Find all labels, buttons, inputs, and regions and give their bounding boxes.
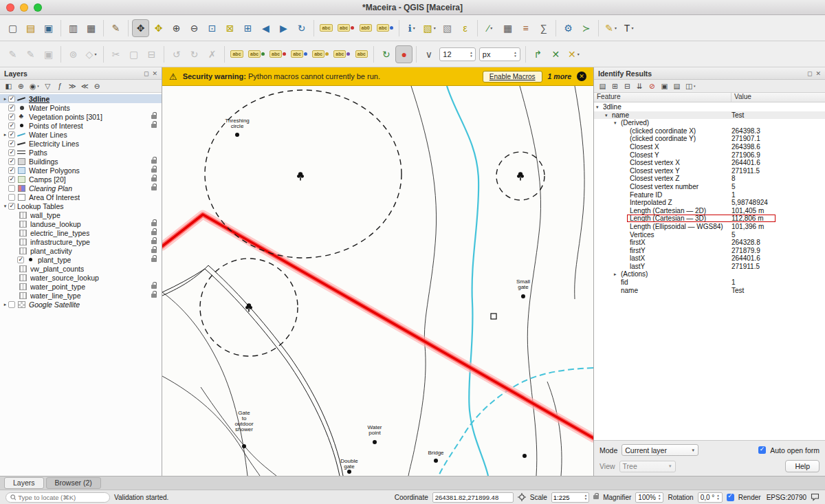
identify-row-closest-x[interactable]: Closest X264398.6	[594, 143, 825, 151]
new-annotation-abc-icon[interactable]: abc	[318, 19, 335, 37]
layer-item-area-of-interest[interactable]: Area Of Interest	[0, 193, 162, 201]
processing-toolbox-icon[interactable]: ⚙	[560, 19, 577, 37]
layer-item-points-of-interest[interactable]: Points of Interest	[0, 121, 162, 130]
annotation-svg-icon[interactable]: abc	[375, 19, 395, 37]
layout-manager-icon[interactable]: ▦	[82, 19, 100, 37]
locate-input[interactable]	[18, 494, 105, 501]
layer-visibility-checkbox[interactable]	[8, 140, 15, 147]
save-edits-icon[interactable]: ▣	[40, 45, 57, 63]
text-annotation-icon[interactable]: T▾	[620, 19, 637, 37]
identify-row-lastx[interactable]: lastX264401.6	[594, 254, 825, 263]
enable-macros-button[interactable]: Enable Macros	[483, 71, 542, 83]
statistical-summary-icon[interactable]: ∑	[535, 19, 552, 37]
digitize-arrow-icon[interactable]: ↱	[529, 45, 547, 63]
identify-row-closest-vertex-z[interactable]: Closest vertex Z8	[594, 175, 825, 183]
layer-visibility-checkbox[interactable]	[8, 122, 15, 129]
change-label-icon[interactable]: abc	[353, 45, 370, 63]
layer-item-electric-line-types[interactable]: electric_line_types	[0, 228, 162, 237]
remove-layer-icon[interactable]: ⊖	[91, 80, 103, 91]
layer-visibility-checkbox[interactable]	[8, 105, 15, 111]
paste-features-icon[interactable]: ⊟	[143, 45, 160, 63]
print-response-icon[interactable]: ▤	[671, 80, 683, 91]
collapse-tree-icon[interactable]: ⊟	[622, 80, 633, 91]
current-edits-icon[interactable]: ✎	[4, 45, 21, 63]
annotation-balloon-icon[interactable]: abc	[336, 19, 356, 37]
add-feature-icon[interactable]: ⊚	[65, 45, 82, 63]
layer-item-clearing-plan[interactable]: Clearing Plan	[0, 184, 162, 193]
layer-visibility-checkbox[interactable]	[8, 203, 15, 210]
pan-to-selection-icon[interactable]: ✥	[150, 19, 167, 37]
identify-row-vertices[interactable]: Vertices5	[594, 231, 825, 239]
identify-mode-dropdown-icon[interactable]: ◫▾	[683, 80, 697, 91]
project-open-icon[interactable]: ▤	[22, 19, 39, 37]
float-panel-icon[interactable]: ◻	[807, 70, 812, 77]
identify-row-name[interactable]: nameTest	[594, 287, 825, 295]
layer-item-water-point-type[interactable]: water_point_type	[0, 282, 162, 291]
expand-arrow-icon[interactable]: ▾	[614, 119, 617, 127]
pin-labels-icon[interactable]: abc	[267, 45, 288, 63]
layer-visibility-checkbox[interactable]	[8, 96, 15, 102]
close-warning-icon[interactable]: ✕	[577, 72, 586, 81]
stepper-arrows-icon[interactable]: ▲▼	[470, 51, 472, 58]
layer-visibility-checkbox[interactable]	[8, 301, 15, 308]
expand-arrow-icon[interactable]: ▸	[2, 96, 8, 102]
vertex-marker-icon[interactable]: ∨	[420, 45, 437, 63]
more-warnings-link[interactable]: 1 more	[548, 72, 571, 80]
layer-visibility-checkbox[interactable]	[8, 113, 15, 120]
layer-item-vw-plant-counts[interactable]: vw_plant_counts	[0, 264, 162, 273]
layer-item-water-source-lookup[interactable]: water_source_lookup	[0, 273, 162, 282]
layer-visibility-checkbox[interactable]	[17, 256, 24, 263]
move-label-icon[interactable]: abc	[310, 45, 331, 63]
layer-visibility-checkbox[interactable]	[8, 176, 15, 183]
pan-map-icon[interactable]: ✥	[132, 19, 149, 37]
crs-status[interactable]: EPSG:20790	[767, 494, 806, 501]
layer-item-vegetation-points-301[interactable]: Vegetation points [301]	[0, 112, 162, 121]
layer-item-water-line-type[interactable]: water_line_type	[0, 291, 162, 300]
layer-visibility-checkbox[interactable]	[8, 185, 15, 192]
expand-new-results-icon[interactable]: ⇊	[634, 80, 646, 91]
zoom-to-selection-icon[interactable]: ⊠	[221, 19, 239, 37]
identify-row-firstx[interactable]: firstX264328.8	[594, 239, 825, 247]
tab-browser[interactable]: Browser (2)	[46, 477, 101, 489]
zoom-window-button[interactable]	[34, 3, 42, 12]
identify-row-closest-vertex-x[interactable]: Closest vertex X264401.6	[594, 159, 825, 167]
identify-row-closest-vertex-number[interactable]: Closest vertex number5	[594, 183, 825, 191]
abort-shape-icon[interactable]: ✕▾	[565, 45, 582, 63]
python-console-icon[interactable]: ≻	[578, 19, 595, 37]
add-group-icon[interactable]: ⊕	[15, 80, 27, 91]
identify-row-interpolated-z[interactable]: Interpolated Z5,98748924	[594, 199, 825, 207]
copy-feature-icon[interactable]: ▣	[659, 80, 670, 91]
identify-row-derived[interactable]: ▾(Derived)	[594, 119, 825, 127]
finish-shape-icon[interactable]: ✕	[547, 45, 564, 63]
minimize-window-button[interactable]	[20, 3, 28, 12]
identify-row-length-cartesian-3d[interactable]: Length (Cartesian — 3D)112,806 m	[594, 215, 825, 223]
zoom-full-icon[interactable]: ⊡	[204, 19, 221, 37]
layer-item-3dline[interactable]: ▸3dline	[0, 94, 162, 103]
float-panel-icon[interactable]: ◻	[144, 70, 148, 77]
project-save-icon[interactable]: ▣	[40, 19, 57, 37]
layer-item-lookup-tables[interactable]: ▾Lookup Tables	[0, 201, 162, 210]
identify-row-clicked-coordinate-y[interactable]: (clicked coordinate Y)271907.1	[594, 135, 825, 143]
project-new-icon[interactable]: ▢	[4, 19, 21, 37]
identify-row-feature-id[interactable]: Feature ID1	[594, 191, 825, 199]
layer-item-water-polygons[interactable]: Water Polygons	[0, 166, 162, 175]
magnifier-spinbox[interactable]: 100%▲▼	[635, 492, 663, 503]
layer-visibility-checkbox[interactable]	[8, 167, 15, 174]
expand-arrow-icon[interactable]: ▾	[596, 103, 599, 111]
open-layer-styling-icon[interactable]: ◧	[3, 80, 14, 91]
zoom-next-icon[interactable]: ▶	[275, 19, 292, 37]
layer-item-plant-type[interactable]: plant_type	[0, 255, 162, 264]
identify-row-clicked-coordinate-x[interactable]: (clicked coordinate X)264398.3	[594, 127, 825, 135]
identify-row-3dline[interactable]: ▾3dline	[594, 103, 825, 111]
rotate-label-icon[interactable]: abc	[331, 45, 352, 63]
layer-visibility-checkbox[interactable]	[8, 131, 15, 138]
rotation-spinbox[interactable]: 0,0 °▲▼	[698, 492, 723, 503]
identify-row-length-ellipsoidal-wgs84[interactable]: Length (Ellipsoidal — WGS84)101,396 m	[594, 223, 825, 231]
layer-item-wall-type[interactable]: wall_type	[0, 210, 162, 219]
layer-item-landuse-lookup[interactable]: landuse_lookup	[0, 219, 162, 228]
identify-row-closest-vertex-y[interactable]: Closest vertex Y271911.5	[594, 167, 825, 175]
scale-lock-icon[interactable]	[593, 495, 599, 499]
expand-arrow-icon[interactable]: ▸	[614, 270, 617, 278]
layer-item-camps-20[interactable]: Camps [20]	[0, 175, 162, 184]
zoom-out-icon[interactable]: ⊖	[186, 19, 203, 37]
